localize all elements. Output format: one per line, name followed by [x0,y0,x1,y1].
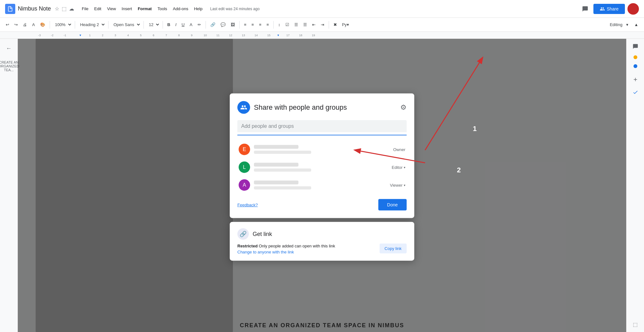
change-link-access[interactable]: Change to anyone with the link [237,250,374,254]
share-dialog-title: Share with people and groups [254,103,347,112]
top-bar-right: Share [579,3,639,15]
sidebar-page-title: CREATE AN ORGANIZED TEA... [0,59,20,73]
link-dialog-header: 🔗 Get link [237,228,407,240]
sidebar: ← CREATE AN ORGANIZED TEA... [0,39,18,332]
blue-dot [634,64,637,68]
share-people-icon [237,101,250,114]
chat-icon-btn[interactable] [579,3,591,15]
spell-btn[interactable]: A [30,21,37,28]
indent-btn[interactable]: ⇥ [319,21,326,28]
person-row-a: A Viewer ▾ [237,176,407,194]
align-right-btn[interactable]: ≡ [257,21,263,28]
style-select[interactable]: Heading 2 [78,21,106,29]
menu-tools[interactable]: Tools [155,5,170,12]
person-email-l [254,169,311,172]
share-title-row: Share with people and groups [237,101,347,114]
done-button[interactable]: Done [378,199,407,211]
right-panel-comments-btn[interactable] [630,41,640,52]
sep3 [108,21,108,29]
highlight-btn[interactable]: ✏ [196,21,203,28]
person-email-a [254,186,311,190]
share-dialog: Share with people and groups ⚙ E [230,93,414,218]
person-info-l [254,163,388,172]
underline-btn[interactable]: U [180,21,186,28]
sep9 [329,21,329,29]
person-info-a [254,181,386,190]
clear-format-btn[interactable]: ✖ [332,21,339,28]
size-select[interactable]: 12 [146,21,160,29]
sep1 [50,21,50,29]
ruler: -3 -2 -1 ▼ 1 2 3 4 5 6 7 8 9 10 11 12 13… [0,32,644,39]
person-role-dropdown-a[interactable]: Viewer ▾ [390,183,405,187]
color-btn[interactable]: A [188,21,194,28]
share-dialog-footer: Feedback? Done [237,199,407,211]
align-left-btn[interactable]: ≡ [242,21,248,28]
doc-title: Nimbus Note [18,5,51,12]
browser-frame: Nimbus Note ☆ ⬚ ☁ File Edit View Insert … [0,0,644,332]
save-to-drive-icon[interactable]: ⬚ [62,6,66,12]
share-button[interactable]: Share [593,4,625,14]
comment-btn[interactable]: 💬 [219,21,228,28]
redo-btn[interactable]: ↪ [12,21,20,28]
menu-insert[interactable]: Insert [119,5,135,12]
person-name-a [254,181,298,184]
feedback-link[interactable]: Feedback? [237,202,258,207]
top-bar: Nimbus Note ☆ ⬚ ☁ File Edit View Insert … [0,0,644,18]
zoom-select[interactable]: 100% [52,21,72,29]
sep5 [163,21,163,29]
yellow-dot [634,55,637,59]
sep6 [206,21,206,29]
share-button-label: Share [607,6,619,11]
py-btn[interactable]: Py▾ [340,21,351,28]
get-link-dialog: 🔗 Get link Restricted Only people added … [230,222,414,261]
last-edit-text: Last edit was 24 minutes ago [210,7,259,11]
menu-addons[interactable]: Add-ons [170,5,191,12]
add-btn[interactable] [630,74,640,85]
bullet-list-btn[interactable]: ☰ [292,21,300,28]
copy-link-button[interactable]: Copy link [380,244,407,253]
numbered-list-btn[interactable]: ☰ [301,21,309,28]
expand-btn[interactable]: ⬚ [630,319,640,329]
menu-help[interactable]: Help [192,5,205,12]
user-avatar[interactable] [627,3,639,15]
add-people-input[interactable] [237,120,407,132]
align-justify-btn[interactable]: ≡ [265,21,271,28]
bold-btn[interactable]: B [165,21,172,28]
menu-file[interactable]: File [79,5,91,12]
menu-edit[interactable]: Edit [92,5,104,12]
person-role-dropdown-l[interactable]: Editor ▾ [392,165,405,169]
align-center-btn[interactable]: ≡ [249,21,256,28]
menu-format[interactable]: Format [135,5,154,12]
print-btn[interactable]: 🖨 [21,21,29,28]
person-name-l [254,163,298,167]
image-btn[interactable]: 🖼 [229,21,237,28]
sep7 [239,21,240,29]
checklist-btn[interactable]: ☑ [284,21,291,28]
title-icons: ☆ ⬚ ☁ [55,6,74,12]
checkmark-btn[interactable] [630,87,640,97]
avatar-l: L [239,162,250,173]
person-row-l: L Editor ▾ [237,158,407,176]
undo-btn[interactable]: ↩ [4,21,11,28]
star-icon[interactable]: ☆ [55,6,59,12]
people-list: E Owner L [237,141,407,194]
avatar-a: A [239,179,250,191]
paint-format-btn[interactable]: 🎨 [38,21,47,28]
outdent-btn[interactable]: ⇤ [310,21,318,28]
person-email-e [254,151,311,154]
collapse-btn[interactable]: ▲ [632,21,640,28]
cloud-icon[interactable]: ☁ [69,6,74,12]
font-select[interactable]: Open Sans [111,21,141,29]
person-role-e: Owner [393,147,405,152]
menu-view[interactable]: View [104,5,118,12]
italic-btn[interactable]: I [173,21,178,28]
line-spacing-btn[interactable]: ↕ [276,21,282,28]
dialogs-container: Share with people and groups ⚙ E [230,93,414,261]
sidebar-back-btn[interactable]: ← [3,43,15,54]
sep4 [144,21,144,29]
person-info-e [254,145,389,154]
editing-dropdown[interactable]: ▾ [624,21,630,28]
share-input-container [237,120,407,135]
link-btn[interactable]: 🔗 [208,21,217,28]
settings-icon[interactable]: ⚙ [400,103,407,112]
